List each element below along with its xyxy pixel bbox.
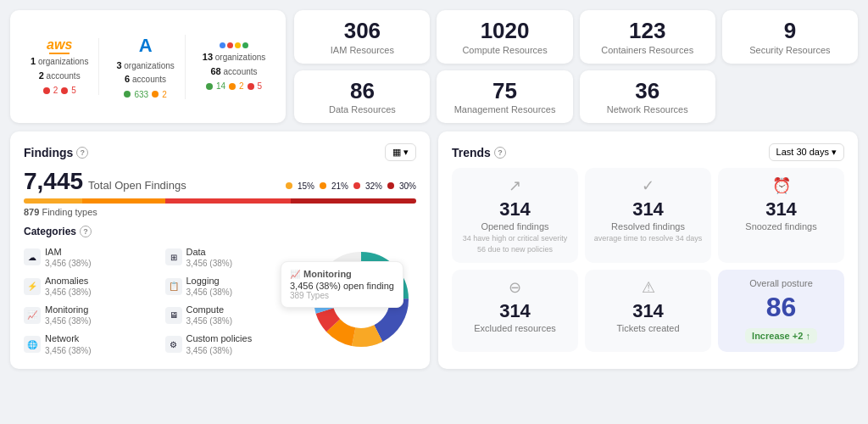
trends-help-icon[interactable]: ? — [494, 147, 506, 159]
containers-resources-label: Containers Resources — [601, 45, 693, 55]
compute-resources-card[interactable]: 1020 Compute Resources — [437, 10, 572, 64]
donut-tooltip: 📈 Monitoring 3,456 (38%) open finding 38… — [281, 261, 403, 308]
categories-grid: ☁ IAM 3,456 (38%) ⊞ Data 3,456 (38%) ⚡ — [24, 244, 299, 357]
network-category-icon: 🌐 — [24, 336, 41, 353]
network-resources-number: 36 — [635, 79, 659, 103]
opened-findings-card[interactable]: ↗ 314 Opened findings 34 have high or cr… — [452, 168, 578, 263]
excluded-resources-icon: ⊖ — [509, 278, 521, 297]
logging-category-icon: 📋 — [165, 278, 182, 295]
data-category-icon: ⊞ — [165, 248, 182, 265]
azure-provider-card[interactable]: A 3 organizations 6 accounts 633 2 — [106, 35, 185, 99]
trends-panel: Trends ? Last 30 days ▾ ↗ 314 Opened fin… — [438, 131, 858, 369]
management-resources-card[interactable]: 75 Management Resources — [437, 70, 572, 124]
azure-badges: 633 2 — [124, 90, 166, 99]
trends-panel-header: Trends ? Last 30 days ▾ — [452, 143, 844, 161]
trends-period-dropdown[interactable]: Last 30 days ▾ — [769, 143, 844, 161]
iam-resources-label: IAM Resources — [331, 45, 394, 55]
category-data[interactable]: ⊞ Data 3,456 (38%) — [165, 244, 300, 270]
categories-title: Categories ? — [24, 226, 416, 237]
findings-legend: 15% 21% 32% 30% — [286, 181, 416, 191]
findings-panel: Findings ? ▦ ▾ 7,445 Total Open Findings… — [10, 131, 430, 369]
containers-resources-number: 123 — [629, 19, 665, 43]
posture-badge: Increase +2 ↑ — [745, 328, 817, 343]
total-findings-number: 7,445 — [24, 168, 83, 195]
aws-stats: 1 organizations 2 accounts — [31, 54, 88, 82]
azure-stats: 3 organizations 6 accounts — [116, 59, 174, 86]
security-resources-label: Security Resources — [749, 45, 830, 55]
iam-category-icon: ☁ — [24, 248, 41, 265]
trends-top-grid: ↗ 314 Opened findings 34 have high or cr… — [452, 168, 844, 263]
anomalies-category-icon: ⚡ — [24, 278, 41, 295]
management-resources-label: Management Resources — [454, 104, 556, 114]
compute-category-icon: 🖥 — [165, 307, 182, 324]
total-findings-label: Total Open Findings — [88, 179, 186, 192]
gcp-provider-card[interactable]: 13 organizations 68 accounts 14 2 5 — [192, 42, 276, 91]
tickets-created-icon: ⚠ — [642, 278, 655, 297]
findings-title: Findings ? — [24, 146, 88, 159]
trends-bottom-grid: ⊖ 314 Excluded resources ⚠ 314 Tickets c… — [452, 270, 844, 352]
category-custom-policies[interactable]: ⚙ Custom policies 3,456 (38%) — [165, 332, 300, 357]
findings-help-icon[interactable]: ? — [76, 147, 88, 159]
resolved-findings-icon: ✓ — [642, 176, 654, 195]
gcp-logo — [220, 42, 248, 48]
chart-dropdown-icon: ▾ — [403, 147, 409, 158]
containers-resources-card[interactable]: 123 Containers Resources — [580, 10, 715, 64]
resolved-findings-card[interactable]: ✓ 314 Resolved findings average time to … — [585, 168, 711, 263]
chart-type-button[interactable]: ▦ ▾ — [385, 143, 416, 161]
data-resources-label: Data Resources — [329, 104, 396, 114]
excluded-resources-card[interactable]: ⊖ 314 Excluded resources — [452, 270, 578, 352]
aws-provider-card[interactable]: aws 1 organizations 2 accounts 2 5 — [20, 38, 99, 95]
findings-numbers-row: 7,445 Total Open Findings 15% 21% 32% 30… — [24, 168, 416, 195]
security-resources-number: 9 — [784, 19, 796, 43]
findings-progress-bar — [24, 198, 416, 204]
network-resources-label: Network Resources — [607, 104, 688, 114]
management-resources-number: 75 — [492, 79, 517, 103]
gcp-badges: 14 2 5 — [206, 81, 262, 91]
network-resources-card[interactable]: 36 Network Resources — [580, 70, 715, 124]
resources-grid: 306 IAM Resources 1020 Compute Resources… — [294, 10, 858, 123]
category-logging[interactable]: 📋 Logging 3,456 (38%) — [165, 273, 300, 298]
aws-badges: 2 5 — [43, 86, 76, 95]
data-resources-number: 86 — [350, 79, 375, 103]
findings-panel-header: Findings ? ▦ ▾ — [24, 143, 416, 161]
cloud-providers-panel: aws 1 organizations 2 accounts 2 5 A 3 o… — [10, 10, 286, 123]
monitoring-category-icon: 📈 — [24, 307, 41, 324]
tickets-created-card[interactable]: ⚠ 314 Tickets created — [585, 270, 711, 352]
iam-resources-number: 306 — [344, 19, 381, 43]
finding-types-row: 879 Finding types — [24, 207, 416, 217]
security-resources-card[interactable]: 9 Security Resources — [722, 10, 858, 64]
categories-help-icon[interactable]: ? — [80, 226, 92, 237]
data-resources-card[interactable]: 86 Data Resources — [294, 70, 430, 124]
donut-chart-container: 📈 Monitoring 3,456 (38%) open finding 38… — [306, 244, 416, 357]
chart-bar-icon: ▦ — [392, 147, 401, 158]
snoozed-findings-icon: ⏰ — [772, 176, 791, 195]
overall-posture-card[interactable]: Overall posture 86 Increase +2 ↑ — [718, 270, 844, 352]
compute-resources-number: 1020 — [481, 19, 530, 43]
category-iam[interactable]: ☁ IAM 3,456 (38%) — [24, 244, 159, 270]
category-anomalies[interactable]: ⚡ Anomalies 3,456 (38%) — [24, 273, 159, 298]
gcp-stats: 13 organizations 68 accounts — [203, 50, 266, 78]
trends-title: Trends ? — [452, 146, 506, 159]
aws-logo: aws — [47, 38, 72, 54]
custom-policies-category-icon: ⚙ — [165, 336, 182, 353]
category-network[interactable]: 🌐 Network 3,456 (38%) — [24, 332, 159, 357]
category-monitoring[interactable]: 📈 Monitoring 3,456 (38%) — [24, 303, 159, 328]
snoozed-findings-card[interactable]: ⏰ 314 Snoozed findings — [718, 168, 844, 263]
opened-findings-icon: ↗ — [509, 176, 521, 195]
azure-logo: A — [139, 35, 153, 57]
categories-and-donut: ☁ IAM 3,456 (38%) ⊞ Data 3,456 (38%) ⚡ — [24, 244, 416, 357]
compute-resources-label: Compute Resources — [462, 45, 547, 55]
category-compute[interactable]: 🖥 Compute 3,456 (38%) — [165, 303, 300, 328]
iam-resources-card[interactable]: 306 IAM Resources — [294, 10, 430, 64]
